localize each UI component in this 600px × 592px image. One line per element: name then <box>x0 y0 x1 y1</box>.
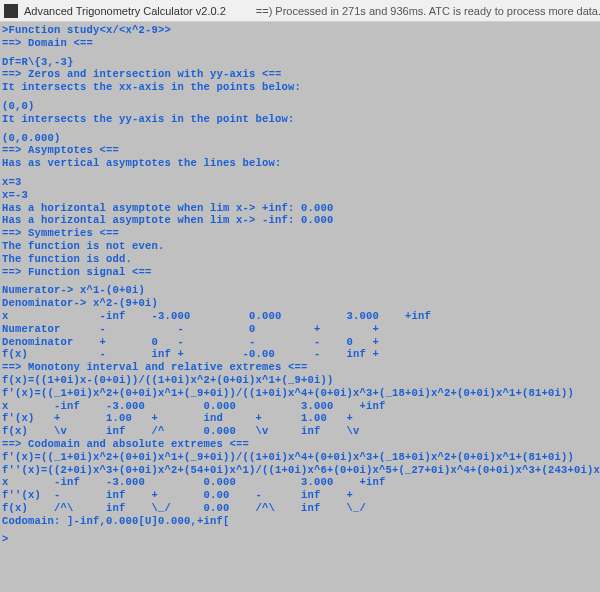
terminal-line: f'(x)=((_1+0i)x^2+(0+0i)x^1+(_9+0i))/((1… <box>2 387 598 400</box>
terminal-line: ==> Function signal <== <box>2 266 598 279</box>
window-title: Advanced Trigonometry Calculator v2.0.2 <box>24 5 226 17</box>
terminal-line: f'(x)=((_1+0i)x^2+(0+0i)x^1+(_9+0i))/((1… <box>2 451 598 464</box>
terminal-line: It intersects the xx-axis in the points … <box>2 81 598 94</box>
terminal-line: x -inf -3.000 0.000 3.000 +inf <box>2 476 598 489</box>
terminal-line: x -inf -3.000 0.000 3.000 +inf <box>2 310 598 323</box>
terminal-line: Df=R\{3,-3} <box>2 56 598 69</box>
terminal-line: ==> Domain <== <box>2 37 598 50</box>
terminal-line: x=-3 <box>2 189 598 202</box>
terminal-line: It intersects the yy-axis in the point b… <box>2 113 598 126</box>
terminal-line: >Function study<x/<x^2-9>> <box>2 24 598 37</box>
terminal-line: Has as vertical asymptotes the lines bel… <box>2 157 598 170</box>
terminal-line: ==> Codomain and absolute extremes <== <box>2 438 598 451</box>
terminal-line: f(x)=((1+0i)x-(0+0i))/((1+0i)x^2+(0+0i)x… <box>2 374 598 387</box>
terminal-line: f'(x) + 1.00 + ind + 1.00 + <box>2 412 598 425</box>
terminal-line: Has a horizontal asymptote when lim x-> … <box>2 202 598 215</box>
terminal-line: (0,0) <box>2 100 598 113</box>
terminal-line: Denominator-> x^2-(9+0i) <box>2 297 598 310</box>
terminal-line: f(x) \v inf /^ 0.000 \v inf \v <box>2 425 598 438</box>
terminal-output[interactable]: >Function study<x/<x^2-9>>==> Domain <==… <box>0 22 600 548</box>
terminal-line: Has a horizontal asymptote when lim x-> … <box>2 214 598 227</box>
terminal-line: ==> Asymptotes <== <box>2 144 598 157</box>
terminal-line: f''(x) - inf + 0.00 - inf + <box>2 489 598 502</box>
terminal-line: ==> Zeros and intersection with yy-axis … <box>2 68 598 81</box>
terminal-line: > <box>2 533 598 546</box>
terminal-line: The function is odd. <box>2 253 598 266</box>
terminal-line: ==> Symmetries <== <box>2 227 598 240</box>
titlebar: Advanced Trigonometry Calculator v2.0.2 … <box>0 0 600 22</box>
terminal-line: x=3 <box>2 176 598 189</box>
status-text: ==) Processed in 271s and 936ms. ATC is … <box>256 5 600 17</box>
terminal-line: f(x) - inf + -0.00 - inf + <box>2 348 598 361</box>
terminal-line: x -inf -3.000 0.000 3.000 +inf <box>2 400 598 413</box>
terminal-line: Denominator + 0 - - - 0 + <box>2 336 598 349</box>
terminal-line: Numerator - - 0 + + <box>2 323 598 336</box>
terminal-line: (0,0.000) <box>2 132 598 145</box>
app-icon <box>4 4 18 18</box>
terminal-line: Numerator-> x^1-(0+0i) <box>2 284 598 297</box>
terminal-line: f(x) /^\ inf \_/ 0.00 /^\ inf \_/ <box>2 502 598 515</box>
terminal-line: The function is not even. <box>2 240 598 253</box>
terminal-line: Codomain: ]-inf,0.000[U]0.000,+inf[ <box>2 515 598 528</box>
terminal-line: ==> Monotony interval and relative extre… <box>2 361 598 374</box>
terminal-line: f''(x)=((2+0i)x^3+(0+0i)x^2+(54+0i)x^1)/… <box>2 464 598 477</box>
